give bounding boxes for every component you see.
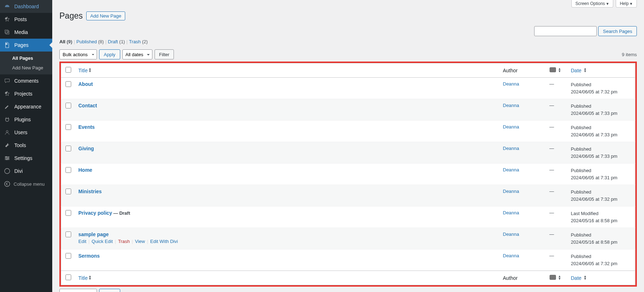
select-all-checkbox[interactable] bbox=[65, 67, 71, 73]
title-column-footer[interactable]: Title▲▼ bbox=[75, 271, 499, 285]
row-checkbox[interactable] bbox=[65, 210, 71, 216]
row-action-quick-edit[interactable]: Quick Edit bbox=[92, 239, 113, 244]
page-title-link[interactable]: Home bbox=[78, 167, 92, 173]
help-tab[interactable]: Help▼ bbox=[616, 0, 637, 8]
table-row: Privacy policy — DraftDeanna—Last Modifi… bbox=[61, 206, 635, 228]
sidebar-item-tools[interactable]: Tools bbox=[0, 139, 52, 152]
sidebar-item-divi[interactable]: Divi bbox=[0, 165, 52, 177]
sidebar-item-media[interactable]: Media bbox=[0, 26, 52, 39]
svg-point-9 bbox=[6, 159, 8, 160]
sidebar-item-projects[interactable]: Projects bbox=[0, 87, 52, 100]
sidebar-item-appearance[interactable]: Appearance bbox=[0, 100, 52, 113]
row-checkbox[interactable] bbox=[65, 81, 71, 87]
row-checkbox[interactable] bbox=[65, 146, 71, 151]
submenu-item-all-pages[interactable]: All Pages bbox=[0, 53, 52, 63]
date-cell: Last Modified2024/05/16 at 8:58 pm bbox=[567, 206, 635, 228]
title-column-header[interactable]: Title▲▼ bbox=[75, 63, 499, 78]
comments-cell: — bbox=[546, 142, 567, 164]
author-link[interactable]: Deanna bbox=[503, 253, 519, 258]
divi-icon bbox=[4, 167, 11, 175]
row-checkbox[interactable] bbox=[65, 232, 71, 237]
sidebar-item-pages[interactable]: Pages bbox=[0, 39, 52, 52]
row-action-trash[interactable]: Trash bbox=[118, 239, 130, 244]
apply-button-bottom[interactable]: Apply bbox=[99, 289, 120, 292]
page-title-link[interactable]: Events bbox=[78, 124, 95, 130]
date-cell: Published2024/06/05 at 7:33 pm bbox=[567, 121, 635, 142]
screen-options-tab[interactable]: Screen Options▼ bbox=[571, 0, 613, 8]
sidebar-item-settings[interactable]: Settings bbox=[0, 152, 52, 165]
author-link[interactable]: Deanna bbox=[503, 210, 519, 215]
date-column-footer[interactable]: Date ▲▼ bbox=[567, 271, 635, 285]
filter-button[interactable]: Filter bbox=[155, 49, 174, 59]
submenu: All PagesAdd New Page bbox=[0, 52, 52, 74]
table-row: HomeDeanna—Published2024/06/05 at 7:31 p… bbox=[61, 164, 635, 185]
filter-link-draft[interactable]: Draft (1) bbox=[108, 39, 125, 44]
search-input[interactable] bbox=[534, 26, 597, 36]
comments-column-footer[interactable]: ▲▼ bbox=[546, 271, 567, 285]
page-title-link[interactable]: Contact bbox=[78, 103, 97, 108]
author-column-footer[interactable]: Author bbox=[499, 271, 546, 285]
row-action-edit[interactable]: Edit bbox=[78, 239, 86, 244]
author-column-header[interactable]: Author bbox=[499, 63, 546, 78]
plugins-icon bbox=[4, 116, 11, 123]
comments-column-header[interactable]: ▲▼ bbox=[546, 63, 567, 78]
author-link[interactable]: Deanna bbox=[503, 232, 519, 237]
filter-link-published[interactable]: Published (8) bbox=[77, 39, 104, 44]
row-checkbox[interactable] bbox=[65, 103, 71, 108]
page-title: Pages bbox=[59, 11, 83, 21]
table-row: EventsDeanna—Published2024/06/05 at 7:33… bbox=[61, 121, 635, 142]
author-link[interactable]: Deanna bbox=[503, 146, 519, 151]
date-column-header[interactable]: Date ▲▼ bbox=[567, 63, 635, 78]
add-new-page-button[interactable]: Add New Page bbox=[86, 11, 125, 20]
table-row: ContactDeanna—Published2024/06/05 at 7:3… bbox=[61, 99, 635, 121]
select-all-footer bbox=[61, 271, 75, 285]
row-checkbox[interactable] bbox=[65, 167, 71, 173]
apply-button[interactable]: Apply bbox=[99, 49, 120, 59]
search-pages-button[interactable]: Search Pages bbox=[598, 26, 637, 36]
tools-icon bbox=[4, 142, 11, 149]
author-link[interactable]: Deanna bbox=[503, 103, 519, 108]
filter-link-all[interactable]: All (9) bbox=[59, 39, 72, 44]
author-link[interactable]: Deanna bbox=[503, 189, 519, 194]
collapse-menu[interactable]: Collapse menu bbox=[0, 177, 52, 190]
sidebar-item-dashboard[interactable]: Dashboard bbox=[0, 0, 52, 13]
row-checkbox[interactable] bbox=[65, 124, 71, 130]
author-link[interactable]: Deanna bbox=[503, 124, 519, 130]
sidebar-item-posts[interactable]: Posts bbox=[0, 13, 52, 26]
bulk-actions-select[interactable]: Bulk actions bbox=[59, 49, 97, 59]
page-title-link[interactable]: Sermons bbox=[78, 253, 100, 259]
pages-icon bbox=[4, 42, 11, 49]
tablenav-top: Bulk actions Apply All dates Filter 9 it… bbox=[59, 47, 637, 62]
page-title-link[interactable]: Privacy policy bbox=[78, 210, 112, 216]
date-filter-select[interactable]: All dates bbox=[122, 49, 152, 59]
svg-point-7 bbox=[6, 156, 7, 158]
date-cell: Published2024/06/05 at 7:33 pm bbox=[567, 99, 635, 121]
author-link[interactable]: Deanna bbox=[503, 167, 519, 172]
page-title-link[interactable]: sample page bbox=[78, 232, 109, 237]
row-checkbox[interactable] bbox=[65, 253, 71, 259]
sidebar-item-plugins[interactable]: Plugins bbox=[0, 113, 52, 126]
users-icon bbox=[4, 129, 11, 136]
date-cell: Published2024/06/05 at 7:32 pm bbox=[567, 185, 635, 206]
page-title-link[interactable]: Giving bbox=[78, 146, 94, 151]
sidebar-item-label: Tools bbox=[14, 142, 26, 148]
bulk-actions-select-bottom[interactable]: Bulk actions bbox=[59, 289, 97, 292]
submenu-item-add-new-page[interactable]: Add New Page bbox=[0, 63, 52, 73]
chevron-down-icon: ▼ bbox=[629, 2, 633, 6]
status-filter-links: All (9)|Published (8)|Draft (1)|Trash (2… bbox=[59, 39, 637, 44]
row-checkbox[interactable] bbox=[65, 189, 71, 194]
sidebar-item-label: Posts bbox=[14, 16, 27, 22]
filter-link-trash[interactable]: Trash (2) bbox=[129, 39, 148, 44]
svg-point-2 bbox=[5, 92, 7, 94]
page-title-link[interactable]: Ministries bbox=[78, 189, 102, 194]
select-all-checkbox[interactable] bbox=[65, 274, 71, 280]
page-title-link[interactable]: About bbox=[78, 81, 93, 87]
screen-meta-links: Screen Options▼ Help▼ bbox=[59, 0, 637, 8]
sort-icon: ▲▼ bbox=[558, 275, 561, 280]
items-count: 9 items bbox=[622, 52, 637, 57]
sidebar-item-comments[interactable]: Comments bbox=[0, 74, 52, 87]
sidebar-item-users[interactable]: Users bbox=[0, 126, 52, 139]
row-action-edit-with-divi[interactable]: Edit With Divi bbox=[150, 239, 178, 244]
row-action-view[interactable]: View bbox=[135, 239, 145, 244]
author-link[interactable]: Deanna bbox=[503, 81, 519, 87]
